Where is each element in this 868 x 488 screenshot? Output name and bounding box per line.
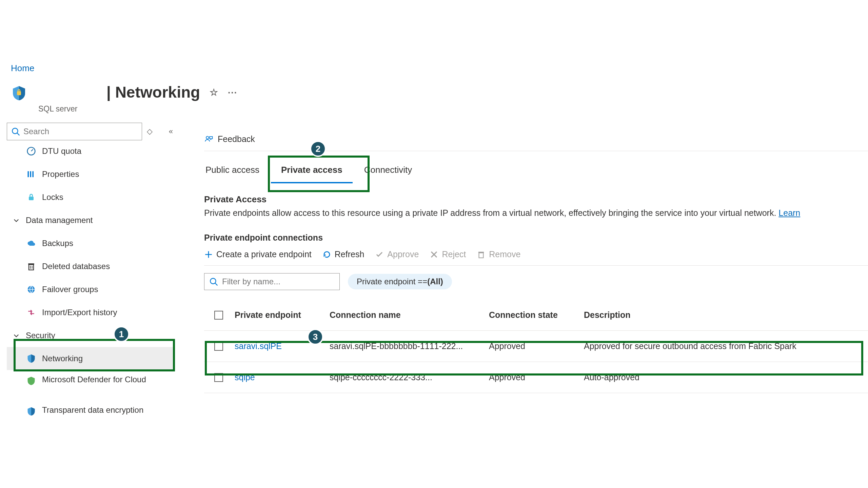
col-description[interactable]: Description [584,310,855,320]
page-title: | Networking [106,83,200,101]
tab-public-access[interactable]: Public access [204,162,261,183]
create-private-endpoint-button[interactable]: Create a private endpoint [204,249,312,259]
action-label: Remove [489,249,520,259]
svg-rect-9 [29,265,34,270]
tab-private-access[interactable]: Private access [271,162,353,183]
svg-line-18 [215,283,218,286]
expand-icon[interactable]: ◇ [147,127,153,136]
filter-by-name-wrap[interactable] [204,273,340,290]
filter-pill-private-endpoint[interactable]: Private endpoint == (All) [348,274,452,289]
sidebar-item-label: Microsoft Defender for Cloud [42,374,173,385]
sidebar-section-label: Security [26,331,55,340]
sidebar-item-label: Transparent data encryption [42,405,173,415]
sidebar-item-label: Import/Export history [42,308,173,317]
favorite-star-icon[interactable]: ☆ [210,87,218,98]
refresh-button[interactable]: Refresh [322,249,364,259]
select-all-checkbox[interactable] [214,311,223,320]
table-row[interactable]: saravi.sqlPE saravi.sqlPE-bbbbbbbb-1111-… [204,331,868,362]
action-label: Reject [442,249,466,259]
sidebar-item-label: DTU quota [42,146,173,156]
sidebar-section-label: Data management [26,216,93,225]
svg-point-17 [210,278,216,284]
col-connection-name[interactable]: Connection name [330,310,489,320]
cell-connection-name: sqlpe-cccccccc-2222-333... [330,372,489,382]
cell-connection-state: Approved [489,372,584,382]
row-checkbox[interactable] [214,342,223,351]
cloud-icon [26,239,36,248]
svg-line-3 [17,133,20,136]
action-label: Create a private endpoint [216,249,312,259]
trash-icon [26,262,36,271]
table-header: Private endpoint Connection name Connect… [204,300,868,331]
globe-icon [26,285,36,294]
properties-icon [26,169,36,179]
svg-rect-0 [17,91,21,95]
cell-connection-state: Approved [489,341,584,351]
filter-pill-prefix: Private endpoint == [357,277,427,286]
sidebar-item-defender[interactable]: Microsoft Defender for Cloud [7,370,173,401]
table-row[interactable]: sqlpe sqlpe-cccccccc-2222-333... Approve… [204,362,868,393]
sql-server-icon [11,85,27,101]
check-icon [375,250,384,259]
sidebar-item-networking[interactable]: Networking [7,347,173,370]
filter-by-name-input[interactable] [222,277,335,286]
learn-more-link[interactable]: Learn [778,208,800,218]
sidebar-section-data-management[interactable]: Data management [7,209,173,232]
approve-button: Approve [375,249,419,259]
feedback-icon [204,135,213,144]
plus-icon [204,250,213,259]
sidebar-item-label: Backups [42,239,173,248]
private-access-heading: Private Access [204,194,868,205]
private-endpoint-connections-heading: Private endpoint connections [204,233,868,243]
sidebar-item-properties[interactable]: Properties [7,163,173,186]
action-label: Approve [387,249,419,259]
col-private-endpoint[interactable]: Private endpoint [235,310,330,320]
svg-rect-8 [29,197,34,200]
sidebar-item-backups[interactable]: Backups [7,232,173,255]
svg-rect-16 [478,251,484,252]
sidebar-item-locks[interactable]: Locks [7,186,173,209]
shield-icon [26,407,36,416]
sidebar-item-dtu-quota[interactable]: DTU quota [7,143,173,163]
step-badge-1: 1 [113,326,130,342]
feedback-button[interactable]: Feedback [218,134,255,144]
shield-check-icon [26,376,36,386]
sidebar-item-label: Deleted databases [42,262,173,271]
import-export-icon [26,308,36,317]
svg-rect-7 [33,171,34,177]
more-actions-icon[interactable]: ⋯ [228,87,237,98]
svg-rect-6 [30,171,32,177]
breadcrumb-home[interactable]: Home [11,63,34,74]
sidebar-item-tde[interactable]: Transparent data encryption [7,401,173,431]
sidebar-item-deleted-databases[interactable]: Deleted databases [7,255,173,278]
col-connection-state[interactable]: Connection state [489,310,584,320]
sidebar-section-security[interactable]: Security [7,324,173,347]
sidebar-item-failover-groups[interactable]: Failover groups [7,278,173,301]
refresh-icon [322,250,331,259]
sidebar-search-input[interactable] [23,127,138,136]
private-endpoint-link[interactable]: sqlpe [235,372,330,382]
sidebar-item-label: Networking [42,354,173,363]
svg-rect-15 [479,253,484,258]
row-checkbox[interactable] [214,373,223,382]
sidebar-item-import-export[interactable]: Import/Export history [7,301,173,324]
step-badge-2: 2 [310,141,326,157]
sidebar-item-label: Properties [42,169,173,179]
lock-icon [26,192,36,202]
tab-connectivity[interactable]: Connectivity [363,162,414,183]
svg-point-2 [12,128,18,134]
shield-icon [26,354,36,363]
svg-rect-5 [28,171,29,177]
search-icon [11,127,20,136]
chevron-down-icon [13,332,20,339]
remove-button: Remove [477,249,520,259]
search-icon [209,277,218,286]
reject-button: Reject [430,249,466,259]
svg-point-14 [206,136,209,139]
x-icon [430,250,438,259]
chevron-down-icon [13,217,20,224]
collapse-sidebar-icon[interactable]: « [169,127,173,136]
filter-pill-value: (All) [427,277,443,286]
sidebar-search[interactable] [7,123,142,140]
cell-description: Auto-approved [584,372,855,382]
